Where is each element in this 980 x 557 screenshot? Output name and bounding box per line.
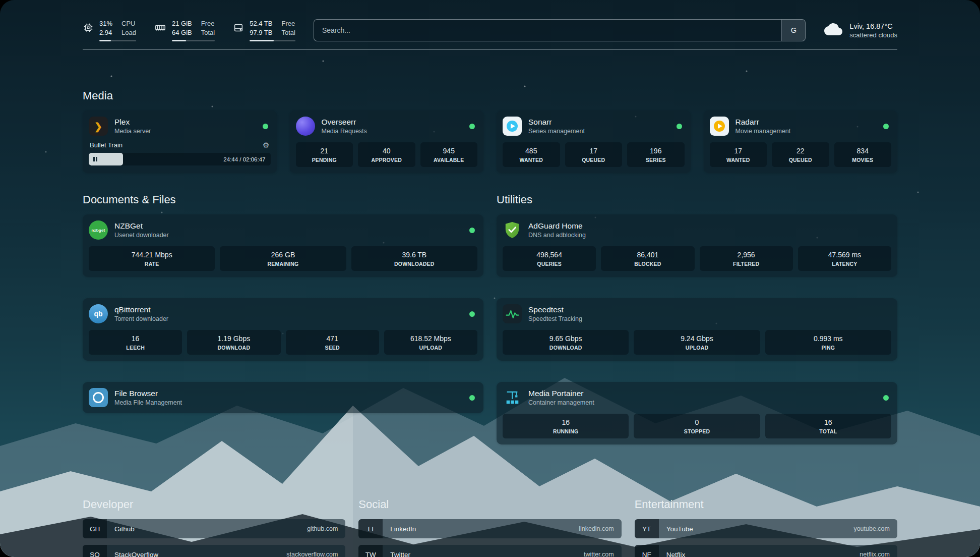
- service-name: NZBGet: [114, 221, 169, 231]
- stat-label: LATENCY: [800, 261, 889, 267]
- sonarr-icon: [503, 117, 522, 136]
- stat-label: SERIES: [629, 157, 683, 163]
- stat-box: 40APPROVED: [358, 142, 415, 167]
- stat-box: 39.6 TBDOWNLOADED: [351, 246, 477, 271]
- dashboard-screen: 31%2.94 CPULoad 21 GiB64 GiB Fre: [0, 0, 980, 557]
- stat-value: 945: [422, 147, 476, 155]
- player-time: 24:44 / 02:06:47: [223, 156, 265, 162]
- stat-box: 498,564QUERIES: [503, 246, 596, 271]
- bookmark-youtube[interactable]: YT YouTube youtube.com: [635, 519, 897, 538]
- disk-progress-bar: [250, 40, 295, 41]
- disk-free-value: 52.4 TB: [250, 19, 272, 28]
- cpu-load-label: Load: [121, 28, 136, 37]
- bookmark-abbr: TW: [358, 545, 383, 557]
- stat-value: 744.21 Mbps: [91, 251, 213, 259]
- service-card-overseerr[interactable]: Overseerr Media Requests 21PENDING 40APP…: [290, 110, 484, 173]
- search-input[interactable]: [314, 20, 781, 41]
- stat-box: 16TOTAL: [765, 414, 891, 438]
- service-card-sonarr[interactable]: Sonarr Series management 485WANTED 17QUE…: [497, 110, 691, 173]
- service-subtitle: Usenet downloader: [114, 232, 169, 239]
- plex-icon: ❯: [89, 117, 108, 136]
- stat-value: 22: [774, 147, 827, 155]
- radarr-icon: [710, 117, 729, 136]
- status-dot: [883, 124, 889, 129]
- bookmark-stackoverflow[interactable]: SO StackOverflow stackoverflow.com: [83, 545, 345, 557]
- service-subtitle: Media server: [114, 128, 151, 135]
- section-title-documents: Documents & Files: [83, 193, 483, 206]
- stat-value: 618.52 Mbps: [386, 335, 475, 343]
- google-search-button[interactable]: G: [781, 20, 805, 41]
- stat-label: RUNNING: [505, 428, 627, 434]
- stat-label: AVAILABLE: [422, 157, 476, 163]
- stat-label: LEECH: [91, 345, 180, 351]
- service-card-qbittorrent[interactable]: qb qBittorrent Torrent downloader 16LEEC…: [83, 298, 483, 361]
- google-icon: G: [791, 26, 797, 34]
- top-bar: 31%2.94 CPULoad 21 GiB64 GiB Fre: [83, 0, 897, 41]
- bookmark-abbr: GH: [83, 519, 107, 538]
- stat-label: RATE: [91, 261, 213, 267]
- stat-label: DOWNLOAD: [189, 345, 278, 351]
- qbittorrent-icon: qb: [89, 304, 108, 323]
- bookmark-twitter[interactable]: TW Twitter twitter.com: [358, 545, 621, 557]
- memory-total-value: 64 GiB: [172, 28, 192, 37]
- service-card-adguard[interactable]: AdGuard Home DNS and adblocking 498,564Q…: [497, 214, 897, 277]
- stat-value: 17: [712, 147, 765, 155]
- stat-box: 266 GBREMAINING: [220, 246, 346, 271]
- stat-box: 47.569 msLATENCY: [798, 246, 891, 271]
- stat-label: WANTED: [505, 157, 558, 163]
- stat-label: MOVIES: [836, 157, 890, 163]
- stat-value: 196: [629, 147, 683, 155]
- stat-label: STOPPED: [636, 428, 758, 434]
- section-title-social: Social: [358, 498, 621, 511]
- service-card-filebrowser[interactable]: File Browser Media File Management: [83, 382, 483, 413]
- service-card-plex[interactable]: ❯ Plex Media server Bullet Train ⚙: [83, 110, 277, 173]
- stat-label: FILTERED: [702, 261, 791, 267]
- disk-total-label: Total: [281, 28, 295, 37]
- stat-value: 0: [636, 418, 758, 426]
- stat-value: 471: [288, 335, 377, 343]
- header-divider: [83, 49, 897, 50]
- weather-location: Lviv, 16.87°C: [849, 22, 897, 30]
- stat-box: 9.24 GbpsUPLOAD: [634, 330, 760, 355]
- stat-value: 9.24 Gbps: [636, 335, 758, 343]
- stat-value: 2,956: [702, 251, 791, 259]
- stat-label: REMAINING: [222, 261, 344, 267]
- stat-value: 39.6 TB: [353, 251, 475, 259]
- memory-progress-bar: [172, 40, 215, 41]
- service-name: Sonarr: [528, 118, 585, 127]
- service-card-speedtest[interactable]: Speedtest Speedtest Tracking 9.65 GbpsDO…: [497, 298, 897, 361]
- stat-box: 744.21 MbpsRATE: [89, 246, 215, 271]
- memory-free-value: 21 GiB: [172, 19, 192, 28]
- gear-icon[interactable]: ⚙: [263, 141, 269, 149]
- disk-total-value: 97.9 TB: [250, 28, 272, 37]
- service-card-radarr[interactable]: Radarr Movie management 17WANTED 22QUEUE…: [704, 110, 898, 173]
- stars-decoration: [0, 0, 1, 1]
- bookmark-abbr: NF: [635, 545, 659, 557]
- stat-value: 16: [505, 418, 627, 426]
- stat-value: 40: [360, 147, 413, 155]
- stat-box: 2,956FILTERED: [700, 246, 793, 271]
- stat-label: QUEUED: [774, 157, 827, 163]
- bookmark-name: Twitter: [390, 551, 410, 557]
- stat-box: 21PENDING: [296, 142, 353, 167]
- stat-box: 0STOPPED: [634, 414, 760, 438]
- media-grid: ❯ Plex Media server Bullet Train ⚙: [83, 110, 897, 173]
- pause-icon[interactable]: [93, 157, 97, 161]
- bookmark-linkedin[interactable]: LI LinkedIn linkedin.com: [358, 519, 621, 538]
- service-name: Speedtest: [528, 305, 582, 314]
- bookmark-netflix[interactable]: NF Netflix netflix.com: [635, 545, 897, 557]
- memory-icon: [154, 22, 166, 35]
- stat-label: QUERIES: [505, 261, 594, 267]
- cpu-label: CPU: [121, 19, 136, 28]
- service-card-portainer[interactable]: Media Portainer Container management 16R…: [497, 382, 897, 444]
- status-dot: [263, 124, 268, 129]
- service-subtitle: Movie management: [736, 128, 791, 135]
- stat-box: 9.65 GbpsDOWNLOAD: [503, 330, 629, 355]
- stat-box: 17WANTED: [710, 142, 767, 167]
- bookmark-github[interactable]: GH Github github.com: [83, 519, 345, 538]
- stat-label: PENDING: [298, 157, 351, 163]
- stat-value: 16: [91, 335, 180, 343]
- plex-player-bar[interactable]: 24:44 / 02:06:47: [89, 153, 271, 165]
- service-card-nzbget[interactable]: nzbget NZBGet Usenet downloader 744.21 M…: [83, 214, 483, 277]
- bookmark-abbr: SO: [83, 545, 107, 557]
